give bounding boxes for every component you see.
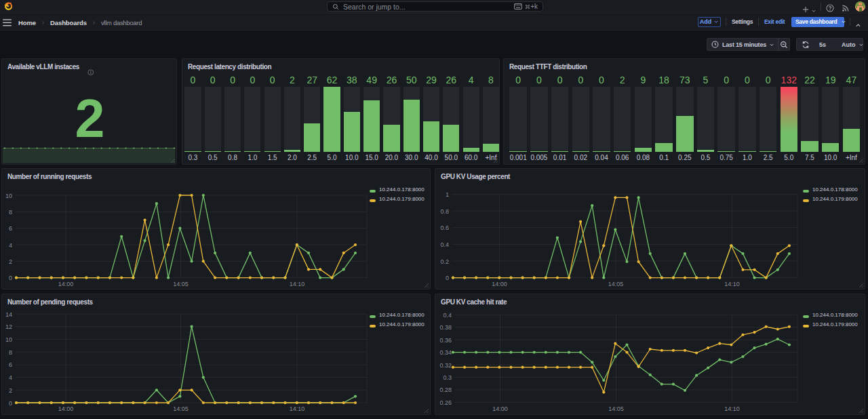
svg-text:0: 0	[9, 275, 12, 281]
svg-text:2: 2	[9, 258, 12, 265]
svg-text:1: 1	[446, 191, 449, 198]
svg-text:0: 0	[446, 275, 449, 281]
svg-text:14:00: 14:00	[492, 405, 508, 412]
svg-text:6: 6	[9, 361, 12, 368]
svg-text:0.6: 0.6	[440, 224, 449, 231]
svg-text:8: 8	[9, 209, 12, 216]
svg-text:10: 10	[5, 336, 12, 343]
svg-text:0.2: 0.2	[440, 258, 449, 265]
svg-text:0: 0	[9, 400, 12, 407]
svg-text:0.4: 0.4	[440, 241, 449, 248]
svg-text:0.36: 0.36	[439, 337, 452, 344]
svg-text:14:10: 14:10	[724, 405, 740, 412]
svg-text:0.32: 0.32	[439, 362, 452, 369]
svg-text:14:10: 14:10	[290, 405, 305, 412]
svg-text:14:05: 14:05	[173, 405, 189, 412]
svg-text:14:00: 14:00	[58, 405, 74, 412]
svg-text:14:00: 14:00	[58, 281, 74, 287]
svg-text:0.4: 0.4	[443, 312, 452, 319]
svg-text:12: 12	[5, 323, 12, 330]
svg-text:8: 8	[9, 349, 12, 356]
svg-text:0.3: 0.3	[443, 374, 452, 381]
svg-text:0.28: 0.28	[439, 386, 452, 393]
svg-text:14:10: 14:10	[724, 281, 740, 287]
svg-text:14: 14	[5, 311, 12, 318]
svg-text:0.26: 0.26	[439, 399, 452, 406]
svg-text:4: 4	[9, 374, 12, 381]
svg-text:10: 10	[5, 193, 12, 199]
svg-text:14:05: 14:05	[608, 405, 624, 412]
svg-text:4: 4	[9, 242, 12, 249]
svg-text:14:10: 14:10	[290, 281, 305, 287]
svg-text:0.34: 0.34	[439, 349, 452, 356]
svg-text:14:05: 14:05	[608, 281, 624, 287]
svg-text:2: 2	[9, 387, 12, 394]
svg-text:6: 6	[9, 225, 12, 232]
svg-text:0.38: 0.38	[439, 324, 452, 331]
svg-text:14:05: 14:05	[173, 281, 189, 287]
svg-text:0.8: 0.8	[440, 208, 449, 215]
svg-text:14:00: 14:00	[492, 281, 507, 287]
